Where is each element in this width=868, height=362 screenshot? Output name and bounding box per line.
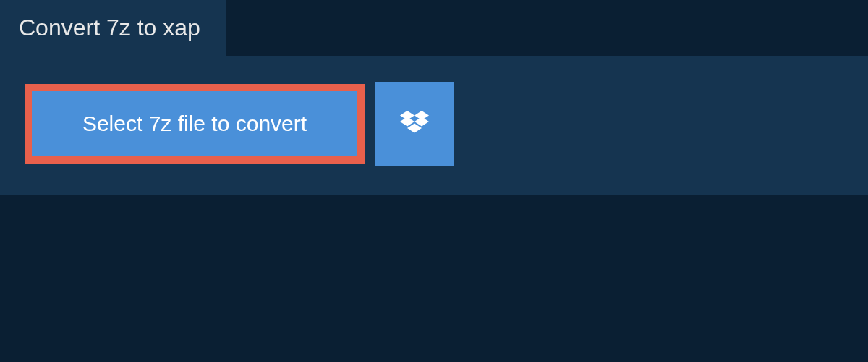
tab-title: Convert 7z to xap [19,14,200,41]
tab-convert[interactable]: Convert 7z to xap [0,0,226,56]
dropbox-icon [400,111,429,137]
conversion-panel: Select 7z file to convert [0,56,868,195]
select-file-button[interactable]: Select 7z file to convert [25,84,365,164]
dropbox-button[interactable] [375,82,454,166]
select-file-label: Select 7z file to convert [82,111,307,136]
